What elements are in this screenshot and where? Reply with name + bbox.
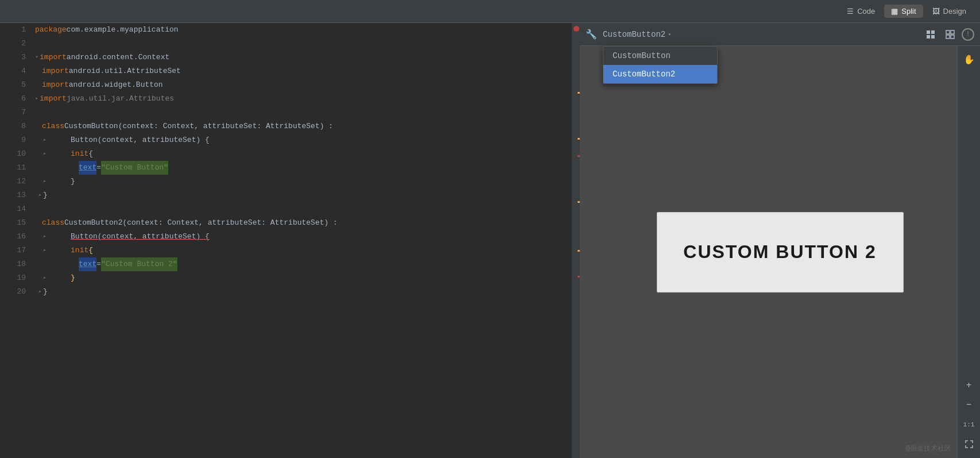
grid-icon-button[interactable] (923, 26, 939, 43)
fullscreen-button[interactable] (961, 436, 977, 452)
preview-card: CUSTOM BUTTON 2 (657, 212, 904, 292)
zoom-in-button[interactable]: + (961, 378, 977, 394)
code-line-12: ▸ } (35, 175, 572, 188)
error-marker (574, 26, 579, 32)
svg-rect-5 (951, 30, 954, 34)
code-line-16: ▸ Button(context, attributeSet) { (35, 230, 572, 244)
preview-selector[interactable]: CustomButton2 ▾ (603, 30, 671, 39)
svg-rect-3 (931, 35, 935, 39)
code-line-18: text = "Custom Button 2" (35, 257, 572, 271)
code-line-9: ▸ Button(context, attributeSet) { (35, 133, 572, 147)
warning-icon[interactable]: ! (962, 28, 974, 41)
code-line-7 (35, 106, 572, 120)
preview-button-text: CUSTOM BUTTON 2 (683, 241, 876, 263)
svg-rect-6 (946, 35, 950, 39)
preview-canvas: CUSTOM BUTTON 2 (580, 46, 980, 458)
zoom-out-button[interactable]: − (961, 397, 977, 413)
code-line-4: import android.util.AttributeSet (35, 64, 572, 78)
code-line-13: ▸ } (35, 188, 572, 202)
wrench-icon: 🔧 (586, 29, 597, 40)
grid2-icon-button[interactable] (942, 26, 958, 43)
code-icon: ☰ (847, 7, 854, 16)
code-panel: 1 2 3 4 5 6 7 8 9 10 11 12 13 14 15 16 1… (0, 23, 580, 458)
dropdown-item-custombutton2[interactable]: CustomButton2 (603, 65, 717, 83)
code-line-14 (35, 202, 572, 216)
top-toolbar: ☰ Code ▦ Split 🖼 Design (0, 0, 980, 23)
code-line-3: ▾ import android.content.Context (35, 51, 572, 64)
zoom-ratio-label: 1:1 (961, 417, 977, 433)
svg-rect-0 (927, 30, 930, 34)
svg-rect-4 (946, 30, 950, 34)
hand-tool-button[interactable]: ✋ (961, 52, 977, 68)
dropdown-item-custombutton[interactable]: CustomButton (603, 47, 717, 65)
code-line-8: class CustomButton(context: Context, att… (35, 120, 572, 133)
dropdown-arrow-icon: ▾ (668, 31, 671, 38)
code-line-19: ▸ } (35, 271, 572, 285)
code-scrollbar[interactable] (572, 23, 580, 458)
split-icon: ▦ (891, 7, 898, 16)
main-area: 1 2 3 4 5 6 7 8 9 10 11 12 13 14 15 16 1… (0, 23, 980, 458)
design-view-button[interactable]: 🖼 Design (925, 5, 973, 18)
code-line-17: ▸ init { (35, 244, 572, 257)
code-line-20: ▸ } (35, 285, 572, 299)
code-line-6: ▸ import java.util.jar.Attributes (35, 92, 572, 106)
code-line-5: import android.widget.Button (35, 78, 572, 92)
code-line-1: package com.example.myapplication (35, 23, 572, 37)
split-view-button[interactable]: ▦ Split (884, 5, 923, 18)
svg-rect-7 (951, 35, 954, 39)
svg-rect-1 (931, 30, 935, 34)
code-line-11: text = "Custom Button" (35, 161, 572, 175)
code-line-10: ▸ init { (35, 147, 572, 161)
watermark: @掘金技术社区 (906, 444, 951, 453)
code-view-button[interactable]: ☰ Code (840, 5, 882, 18)
right-panel: 🔧 CustomButton2 ▾ ! (580, 23, 980, 458)
code-content[interactable]: package com.example.myapplication ▾ impo… (32, 23, 572, 458)
preview-dropdown: CustomButton CustomButton2 (603, 46, 718, 84)
design-icon: 🖼 (932, 7, 940, 16)
code-line-15: class CustomButton2(context: Context, at… (35, 216, 572, 230)
side-controls: ✋ + − 1:1 (957, 46, 980, 458)
preview-toolbar: 🔧 CustomButton2 ▾ ! (580, 23, 980, 46)
svg-rect-2 (927, 35, 930, 39)
code-line-2 (35, 37, 572, 51)
line-numbers: 1 2 3 4 5 6 7 8 9 10 11 12 13 14 15 16 1… (0, 23, 32, 458)
